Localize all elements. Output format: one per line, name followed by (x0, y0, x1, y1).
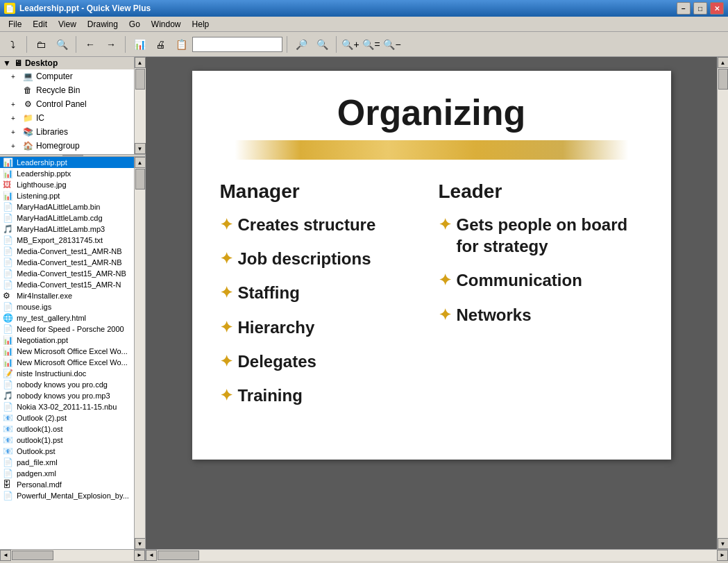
star-icon-2: ✦ (220, 283, 232, 303)
page-dropdown[interactable] (192, 37, 282, 52)
zoom-in-btn[interactable]: 🔍+ (341, 35, 360, 54)
toolbar-print-btn[interactable]: 🖨 (151, 35, 170, 54)
h-scroll-left-btn[interactable]: ◄ (0, 550, 11, 561)
tree-root[interactable]: ▼ 🖥 Desktop (0, 57, 134, 69)
content-scroll-thumb[interactable] (718, 69, 728, 90)
file-item-20[interactable]: 📄 nobody knows you pro.cdg (0, 379, 134, 390)
toolbar-search-btn[interactable]: 🔍 (52, 35, 71, 54)
file-item-27[interactable]: 📄 pad_file.xml (0, 457, 134, 468)
file-item-23[interactable]: 📧 Outlook (2).pst (0, 412, 134, 423)
toolbar-file-btn[interactable]: 🗀 (31, 35, 51, 54)
file-item-21[interactable]: 🎵 nobody knows you pro.mp3 (0, 390, 134, 401)
file-item-7[interactable]: 📄 MB_Export_28131745.txt (0, 235, 134, 246)
h-scroll-thumb-left[interactable] (12, 551, 53, 560)
tree-item-homegroup[interactable]: + 🏠 Homegroup (0, 139, 134, 153)
menu-window[interactable]: Window (146, 18, 187, 31)
menu-view[interactable]: View (53, 18, 82, 31)
content-scrollbar-v[interactable]: ▲ ▼ (717, 57, 728, 549)
status-bar: Microsoft PowerPoint 97-2004 The content… (0, 560, 728, 563)
h-scroll-content-left[interactable]: ◄ (146, 550, 157, 561)
tree-item-libraries[interactable]: + 📚 Libraries (0, 125, 134, 139)
file-scroll-thumb[interactable] (135, 169, 145, 190)
menu-edit[interactable]: Edit (27, 18, 53, 31)
expand-cp: + (11, 101, 19, 108)
toolbar-copy-btn[interactable]: 📋 (171, 35, 191, 54)
file-item-13[interactable]: 📄 mouse.igs (0, 301, 134, 312)
zoom-out-btn[interactable]: 🔍− (382, 35, 402, 54)
manager-bullet-text-2: Staffing (238, 282, 300, 303)
scroll-down-btn[interactable]: ▼ (135, 143, 146, 154)
search-a-btn[interactable]: 🔎 (291, 35, 311, 54)
window-title: Leadership.ppt - Quick View Plus (19, 3, 151, 13)
manager-bullet-text-4: Delegates (238, 351, 316, 372)
h-scroll-thumb-right[interactable] (158, 551, 199, 560)
file-item-8[interactable]: 📄 Media-Convert_test1_AMR-NB (0, 246, 134, 257)
tree-item-ic[interactable]: + 📁 IC (0, 111, 134, 125)
toolbar-forward-btn[interactable]: → (101, 35, 121, 54)
file-item-18[interactable]: 📊 New Microsoft Office Excel Wo... (0, 357, 134, 368)
menu-go[interactable]: Go (124, 18, 146, 31)
tree-item-computer[interactable]: + 💻 Computer (0, 69, 134, 83)
toolbar-ppt-btn[interactable]: 📊 (130, 35, 149, 54)
file-item-listening[interactable]: 📊 Listening.ppt (0, 190, 134, 201)
file-item-24[interactable]: 📧 outlook(1).ost (0, 423, 134, 435)
file-icon-20: 📄 (3, 380, 14, 389)
file-list-section: 📊 Leadership.ppt 📊 Leadership.pptx 🖼 Lig… (0, 157, 145, 549)
file-item-lighthouse[interactable]: 🖼 Lighthouse.jpg (0, 179, 134, 190)
toolbar-back-btn[interactable]: ← (81, 35, 100, 54)
file-item-28[interactable]: 📄 padgen.xml (0, 468, 134, 479)
content-scroll-up[interactable]: ▲ (718, 57, 729, 68)
file-item-12[interactable]: ⚙ Mir4Installer.exe (0, 290, 134, 301)
manager-bullet-2: ✦ Staffing (220, 282, 425, 303)
leader-star-0: ✦ (439, 215, 451, 235)
close-button[interactable]: ✕ (710, 2, 724, 15)
content-scroll-down[interactable]: ▼ (718, 538, 729, 549)
minimize-button[interactable]: − (677, 2, 691, 15)
tree-section: ▼ 🖥 Desktop + 💻 Computer 🗑 Recycle Bin +… (0, 57, 145, 154)
file-item-5[interactable]: 📄 MaryHadALittleLamb.cdg (0, 212, 134, 224)
menu-drawing[interactable]: Drawing (82, 18, 124, 31)
file-item-leadership-pptx[interactable]: 📊 Leadership.pptx (0, 168, 134, 179)
file-name-23: Outlook (2).pst (17, 414, 67, 422)
maximize-button[interactable]: □ (693, 2, 707, 15)
file-item-9[interactable]: 📄 Media-Convert_test1_AMR-NB (0, 257, 134, 268)
file-item-10[interactable]: 📄 Media-Convert_test15_AMR-NB (0, 268, 134, 279)
file-item-11[interactable]: 📄 Media-Convert_test15_AMR-N (0, 279, 134, 290)
file-item-need-for-speed[interactable]: 📄 Need for Speed - Porsche 2000 (0, 323, 134, 335)
scroll-thumb[interactable] (135, 69, 145, 90)
file-icon-3: 📊 (3, 191, 14, 201)
file-item-4[interactable]: 📄 MaryHadALittleLamb.bin (0, 201, 134, 212)
file-item-29[interactable]: 🗄 Personal.mdf (0, 479, 134, 490)
scroll-up-btn[interactable]: ▲ (135, 57, 146, 68)
tree-item-control-panel[interactable]: + ⚙ Control Panel (0, 97, 134, 111)
file-name-4: MaryHadALittleLamb.bin (17, 203, 100, 211)
file-item-negotiation[interactable]: 📊 Negotiation.ppt (0, 335, 134, 346)
file-item-14[interactable]: 🌐 my_test_gallery.html (0, 312, 134, 323)
menu-help[interactable]: Help (187, 18, 215, 31)
file-item-25[interactable]: 📧 outlook(1).pst (0, 435, 134, 446)
tree-item-recycle[interactable]: 🗑 Recycle Bin (0, 83, 134, 97)
h-scroll-content-right[interactable]: ► (717, 550, 728, 561)
zoom-fit-btn[interactable]: 🔍= (362, 35, 381, 54)
h-scroll-right-btn[interactable]: ► (134, 550, 145, 561)
recycle-icon: 🗑 (22, 85, 33, 96)
menu-file[interactable]: File (3, 18, 27, 31)
file-item-leadership-ppt[interactable]: 📊 Leadership.ppt (0, 157, 134, 168)
file-item-17[interactable]: 📊 New Microsoft Office Excel Wo... (0, 346, 134, 357)
file-item-19[interactable]: 📝 niste Instructiuni.doc (0, 368, 134, 379)
file-item-30[interactable]: 📄 Powerful_Mental_Explosion_by... (0, 490, 134, 501)
file-scroll-up[interactable]: ▲ (135, 157, 146, 168)
leader-bullet-1: ✦ Communication (439, 269, 643, 291)
search-b-btn[interactable]: 🔍 (312, 35, 332, 54)
file-item-26[interactable]: 📧 Outlook.pst (0, 446, 134, 457)
tree-scrollbar[interactable]: ▲ ▼ (134, 57, 145, 154)
file-item-6[interactable]: 🎵 MaryHadALittleLamb.mp3 (0, 224, 134, 235)
file-icon-13: 📄 (3, 302, 14, 312)
file-icon-18: 📊 (3, 358, 14, 367)
h-scroll-left-panel: ◄ ► (0, 550, 146, 560)
file-name-14: my_test_gallery.html (17, 314, 86, 322)
file-scroll-down[interactable]: ▼ (135, 538, 146, 549)
file-item-22[interactable]: 📄 Nokia X3-02_2011-11-15.nbu (0, 401, 134, 412)
toolbar-home-btn[interactable]: ⤵ (3, 35, 22, 54)
file-list-scrollbar[interactable]: ▲ ▼ (134, 157, 145, 549)
